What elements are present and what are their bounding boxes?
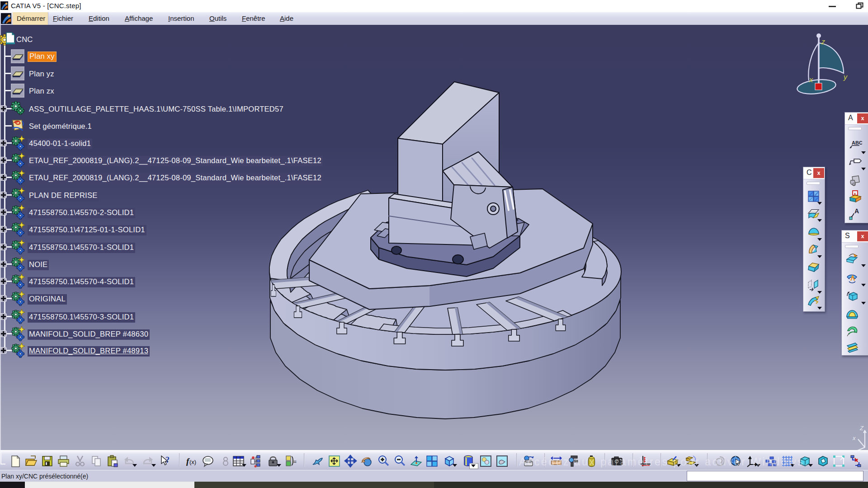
svg-text:=: =	[293, 459, 297, 465]
svg-text:y: y	[843, 73, 848, 81]
svg-text:Z: Z	[859, 425, 864, 432]
svg-text:ABC: ABC	[852, 140, 862, 145]
svg-text:z: z	[821, 38, 825, 46]
svg-text:A: A	[854, 207, 859, 215]
svg-text:x: x	[809, 76, 813, 84]
svg-text:?: ?	[165, 455, 170, 465]
svg-text:x: x	[852, 435, 856, 441]
svg-text:(x): (x)	[189, 459, 196, 465]
